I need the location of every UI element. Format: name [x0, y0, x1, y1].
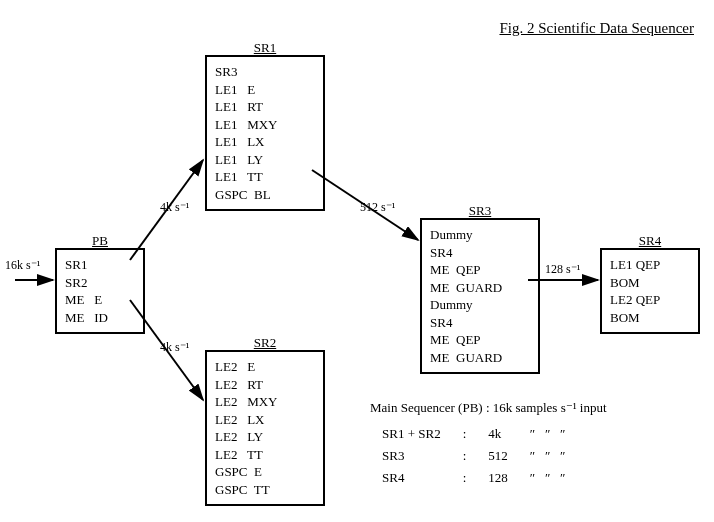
legend-cell: ″ ″ ″	[520, 424, 576, 444]
cell: SR3	[215, 63, 315, 81]
cell: LE2 QEP	[610, 291, 690, 309]
cell: Dummy	[430, 226, 530, 244]
legend-cell: SR4	[372, 468, 451, 488]
cell: LE1 LY	[215, 151, 315, 169]
legend-table: SR1 + SR2 : 4k ″ ″ ″ SR3 : 512 ″ ″ ″ SR4…	[370, 422, 578, 490]
node-pb: PB SR1 SR2 ME E ME ID	[55, 248, 145, 334]
cell: SR4	[430, 244, 530, 262]
legend-header: Main Sequencer (PB) : 16k samples s⁻¹ in…	[370, 400, 607, 416]
legend-cell: SR1 + SR2	[372, 424, 451, 444]
cell: ME E	[65, 291, 135, 309]
cell: LE2 LY	[215, 428, 315, 446]
cell: LE2 E	[215, 358, 315, 376]
legend-cell: 512	[478, 446, 518, 466]
cell: LE2 RT	[215, 376, 315, 394]
node-sr3: SR3 Dummy SR4 ME QEP ME GUARD Dummy SR4 …	[420, 218, 540, 374]
legend-cell: :	[453, 446, 477, 466]
node-pb-header: PB	[92, 232, 108, 250]
figure-title: Fig. 2 Scientific Data Sequencer	[499, 20, 694, 37]
cell: LE1 QEP	[610, 256, 690, 274]
node-sr4-header: SR4	[639, 232, 661, 250]
cell: ME QEP	[430, 331, 530, 349]
node-sr1: SR1 SR3 LE1 E LE1 RT LE1 MXY LE1 LX LE1 …	[205, 55, 325, 211]
node-sr2-header: SR2	[254, 334, 276, 352]
cell: BOM	[610, 309, 690, 327]
cell: GSPC TT	[215, 481, 315, 499]
cell: ME GUARD	[430, 279, 530, 297]
legend-cell: SR3	[372, 446, 451, 466]
legend-cell: 4k	[478, 424, 518, 444]
legend-cell: ″ ″ ″	[520, 446, 576, 466]
cell: ME QEP	[430, 261, 530, 279]
cell: GSPC BL	[215, 186, 315, 204]
cell: LE2 TT	[215, 446, 315, 464]
cell: SR2	[65, 274, 135, 292]
rate-sr3-sr4: 128 s⁻¹	[545, 262, 580, 277]
cell: LE1 E	[215, 81, 315, 99]
rate-pb-sr1: 4k s⁻¹	[160, 200, 189, 215]
cell: LE2 MXY	[215, 393, 315, 411]
cell: Dummy	[430, 296, 530, 314]
legend-cell: ″ ″ ″	[520, 468, 576, 488]
cell: LE1 LX	[215, 133, 315, 151]
cell: SR4	[430, 314, 530, 332]
cell: ME ID	[65, 309, 135, 327]
cell: BOM	[610, 274, 690, 292]
rate-input: 16k s⁻¹	[5, 258, 40, 273]
legend-row: SR1 + SR2 : 4k ″ ″ ″	[372, 424, 576, 444]
rate-sr1-sr3: 512 s⁻¹	[360, 200, 395, 215]
cell: LE1 MXY	[215, 116, 315, 134]
legend-row: SR3 : 512 ″ ″ ″	[372, 446, 576, 466]
legend-cell: :	[453, 468, 477, 488]
cell: LE2 LX	[215, 411, 315, 429]
cell: GSPC E	[215, 463, 315, 481]
cell: ME GUARD	[430, 349, 530, 367]
legend-cell: :	[453, 424, 477, 444]
legend: Main Sequencer (PB) : 16k samples s⁻¹ in…	[370, 400, 607, 490]
cell: SR1	[65, 256, 135, 274]
cell: LE1 TT	[215, 168, 315, 186]
rate-pb-sr2: 4k s⁻¹	[160, 340, 189, 355]
legend-cell: 128	[478, 468, 518, 488]
node-sr1-header: SR1	[254, 39, 276, 57]
cell: LE1 RT	[215, 98, 315, 116]
node-sr4: SR4 LE1 QEP BOM LE2 QEP BOM	[600, 248, 700, 334]
node-sr2: SR2 LE2 E LE2 RT LE2 MXY LE2 LX LE2 LY L…	[205, 350, 325, 506]
node-sr3-header: SR3	[469, 202, 491, 220]
legend-row: SR4 : 128 ″ ″ ″	[372, 468, 576, 488]
